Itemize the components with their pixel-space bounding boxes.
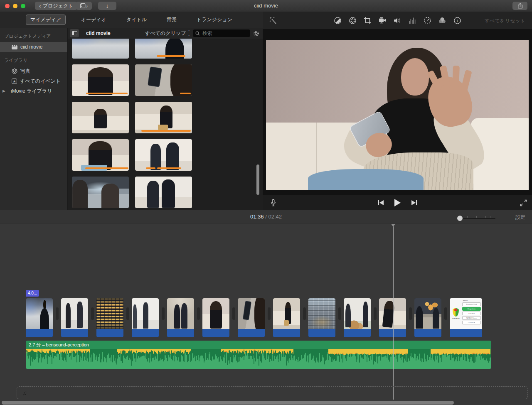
clip-audio-bar	[273, 329, 300, 337]
timeline-clip[interactable]	[379, 298, 406, 337]
browser-pane: マイメディアオーディオタイトル背景トランジション プロジェクトメディア ciid…	[0, 12, 263, 210]
color-filters-icon[interactable]	[438, 16, 447, 25]
media-thumbnail-grid	[68, 39, 263, 210]
viewer-preview[interactable]	[266, 40, 529, 190]
sidebar-item-iMovie ライブラリ[interactable]: ▶iMovie ライブラリ	[0, 86, 67, 96]
timeline-settings-button[interactable]: 設定	[515, 214, 525, 221]
timeline: 4.0... WAKABAResultBusiness CardChopstic…	[0, 223, 532, 405]
info-icon[interactable]: i	[453, 16, 462, 25]
window-title: ciid movie	[0, 2, 532, 9]
timeline-clip[interactable]	[61, 298, 88, 337]
clip-audio-bar	[414, 329, 441, 337]
fullscreen-icon[interactable]	[519, 198, 528, 207]
clip-thumbnail	[61, 298, 88, 329]
viewer-toolbar: i すべてをリセット	[263, 12, 532, 29]
timeline-clip[interactable]	[96, 298, 123, 337]
timeline-clip[interactable]	[308, 298, 335, 337]
usage-bar	[146, 167, 155, 169]
timeline-horizontal-scrollbar[interactable]	[2, 401, 454, 405]
timeline-clip[interactable]	[132, 298, 159, 337]
media-thumbnail[interactable]	[135, 64, 192, 96]
timeline-header: 01:36 / 02:42 設定	[0, 210, 532, 223]
tab-3[interactable]: 背景	[162, 15, 181, 25]
clip-gap-pill	[374, 307, 377, 320]
media-thumbnail[interactable]	[135, 177, 192, 208]
share-button[interactable]	[512, 2, 527, 10]
background-music-well[interactable]: ♫	[17, 386, 528, 399]
search-field[interactable]	[193, 29, 250, 37]
clip-filter-dropdown[interactable]: すべてのクリップ	[145, 30, 186, 37]
clapper-icon	[12, 45, 17, 49]
timeline-clip[interactable]	[167, 298, 194, 337]
timeline-clip[interactable]	[414, 298, 441, 337]
timeline-clip[interactable]: WAKABAResultBusiness CardChopsticksYUKAT…	[450, 298, 482, 337]
usage-bar	[85, 167, 128, 169]
clip-audio-bar	[379, 329, 406, 337]
search-input[interactable]	[202, 30, 248, 37]
media-thumbnail[interactable]	[135, 139, 192, 171]
sidebar-toggle-icon	[72, 31, 77, 35]
sidebar-item-ciid-movie[interactable]: ciid movie	[0, 42, 67, 52]
chevron-updown-icon: ⌃⌄	[187, 30, 190, 36]
playhead[interactable]	[393, 224, 394, 400]
timeline-zoom-slider[interactable]	[457, 216, 495, 221]
timeline-clip[interactable]	[26, 298, 53, 337]
speed-gauge-icon[interactable]	[423, 16, 432, 25]
timeline-clip[interactable]	[238, 298, 265, 337]
sidebar-item-label: すべてのイベント	[20, 78, 61, 85]
music-note-icon: ♫	[22, 389, 27, 396]
play-button[interactable]	[393, 198, 402, 207]
sidebar-toggle-button[interactable]	[70, 29, 79, 37]
clip-audio-bar	[344, 329, 371, 337]
usage-bar	[157, 55, 185, 57]
media-collection-title: ciid movie	[86, 30, 111, 36]
clip-audio-bar	[238, 329, 265, 337]
browser-settings-button[interactable]	[253, 30, 259, 37]
media-vertical-scrollbar[interactable]	[256, 164, 259, 195]
media-thumbnail[interactable]	[72, 102, 129, 133]
media-thumbnail[interactable]	[72, 64, 129, 96]
timeline-clip[interactable]	[344, 298, 371, 337]
sidebar-item-label: 写真	[20, 68, 30, 75]
tab-2[interactable]: タイトル	[122, 15, 151, 25]
color-wheel-icon[interactable]	[348, 16, 357, 25]
finger	[461, 70, 472, 92]
next-frame-button[interactable]	[409, 198, 419, 207]
reset-all-button[interactable]: すべてをリセット	[485, 17, 525, 25]
libraries-sidebar: プロジェクトメディア ciid movie ライブラリ 写真★すべてのイベント▶…	[0, 28, 68, 210]
thumbnail-image	[135, 177, 192, 208]
zoom-slider-thumb[interactable]	[457, 216, 463, 221]
timeline-clip[interactable]	[273, 298, 300, 337]
noise-reduction-icon[interactable]	[408, 16, 417, 25]
volume-icon[interactable]	[393, 16, 402, 25]
finger	[452, 66, 460, 88]
media-thumbnail[interactable]	[135, 39, 192, 59]
tab-0[interactable]: マイメディア	[26, 15, 66, 25]
background-music-clip[interactable]: 2.7 分 – bensound-perception	[26, 341, 491, 369]
tab-1[interactable]: オーディオ	[76, 15, 111, 25]
sidebar-item-写真[interactable]: 写真	[0, 66, 67, 76]
clip-title-badge[interactable]: 4.0...	[26, 290, 39, 297]
clip-audio-bar	[132, 329, 159, 337]
crop-icon[interactable]	[363, 16, 372, 25]
usage-bar	[180, 93, 191, 94]
media-thumbnail[interactable]	[72, 139, 129, 171]
media-tabbar: マイメディアオーディオタイトル背景トランジション	[0, 12, 263, 28]
clip-thumbnail: WAKABAResultBusiness CardChopsticksYUKAT…	[450, 298, 482, 329]
usage-bar	[157, 167, 181, 169]
clip-thumbnail	[167, 298, 194, 329]
playback-controls	[263, 195, 532, 210]
clip-audio-bar	[450, 329, 482, 337]
media-thumbnail[interactable]	[135, 102, 192, 133]
sidebar-item-すべてのイベント[interactable]: ★すべてのイベント	[0, 76, 67, 86]
stabilization-camera-icon[interactable]	[378, 16, 387, 25]
person-face	[401, 58, 429, 96]
clip-audio-bar	[26, 329, 53, 337]
color-balance-icon[interactable]	[333, 16, 342, 25]
media-thumbnail[interactable]	[72, 39, 129, 59]
tab-4[interactable]: トランジション	[192, 15, 237, 25]
previous-frame-button[interactable]	[376, 198, 385, 207]
media-thumbnail[interactable]	[72, 177, 129, 208]
timeline-clip[interactable]	[202, 298, 229, 337]
photos-flower-icon	[12, 68, 17, 74]
